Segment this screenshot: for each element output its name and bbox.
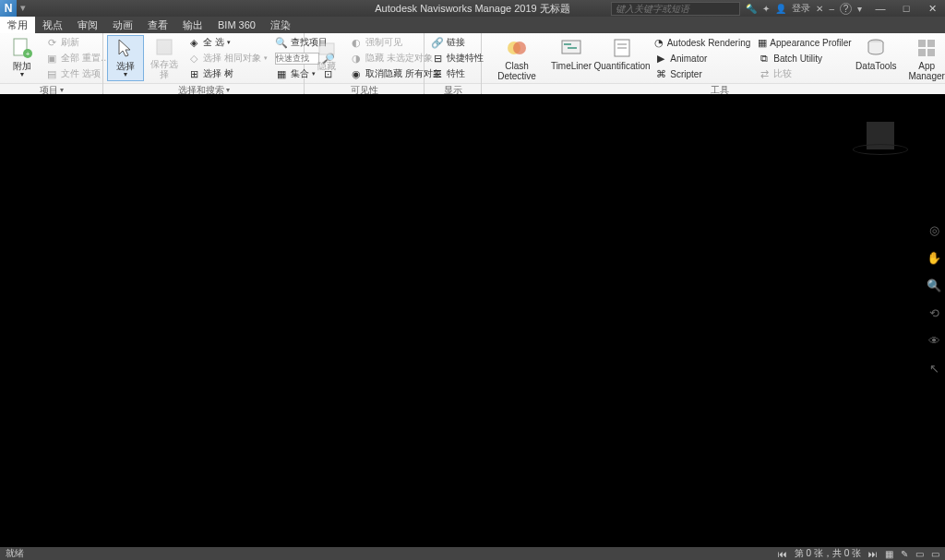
quickprops-icon: ⊟ [431, 52, 444, 65]
append-button[interactable]: + 附加 ▼ [4, 35, 41, 81]
app-manager-button[interactable]: App Manager [899, 35, 945, 81]
select-all-button[interactable]: ◈全 选▾ [185, 35, 270, 50]
minimize-button[interactable]: — [867, 0, 893, 17]
clash-detective-button[interactable]: Clash Detective [485, 35, 548, 81]
ribbon: + 附加 ▼ ⟳刷新 ▣全部 重置… ▤文件 选项 项目 选择 ▼ 保存选择 [0, 33, 945, 94]
star-icon[interactable]: ✦ [762, 4, 770, 14]
info-icon[interactable]: 🔦 [746, 4, 757, 14]
help-dropdown-icon[interactable]: ▾ [857, 4, 862, 14]
orbit-icon[interactable]: ⟲ [927, 306, 941, 321]
svg-text:+: + [26, 50, 30, 58]
steering-wheel-icon[interactable]: ◎ [927, 223, 941, 238]
hide-button[interactable]: 隐藏 [308, 35, 345, 81]
scripter-button[interactable]: ⌘Scripter [652, 66, 753, 81]
svg-rect-9 [568, 47, 577, 49]
properties-button[interactable]: ☰特性 [428, 66, 486, 81]
require-icon: ◐ [350, 36, 363, 49]
app-icon[interactable]: N [0, 0, 17, 17]
svg-rect-16 [918, 49, 926, 56]
panel-tools: Clash Detective TimeLiner Quantification… [482, 33, 945, 93]
timeliner-icon [560, 37, 582, 59]
tab-home[interactable]: 常用 [0, 17, 35, 33]
exchange-icon[interactable]: ✕ [816, 4, 823, 14]
properties-icon: ☰ [431, 67, 444, 80]
look-icon[interactable]: 👁 [927, 334, 941, 349]
append-label: 附加 [13, 61, 31, 71]
refresh-button[interactable]: ⟳刷新 [42, 35, 113, 50]
help-icon[interactable]: ? [840, 3, 852, 15]
file-options-icon: ▤ [45, 67, 58, 80]
pan-icon[interactable]: ✋ [927, 251, 941, 266]
svg-rect-3 [157, 40, 172, 54]
status-grid-icon[interactable]: ▦ [885, 549, 893, 559]
select-tool-icon[interactable]: ↖ [927, 362, 941, 376]
sheet-counter: 第 0 张，共 0 张 [795, 547, 861, 560]
status-memory-icon[interactable]: ▭ [915, 549, 924, 559]
close-button[interactable]: ✕ [919, 0, 945, 17]
panel-select-search: 选择 ▼ 保存选择 ◈全 选▾ ◇选择 相同对象▾ ⊞选择 树 🔍查找项目 🔎 … [103, 33, 305, 93]
tab-review[interactable]: 审阅 [70, 17, 105, 33]
file-options-button[interactable]: ▤文件 选项 [42, 66, 113, 81]
window-title: Autodesk Navisworks Manage 2019 无标题 [375, 2, 570, 16]
search-input[interactable] [611, 2, 740, 16]
datatools-button[interactable]: DataTools [855, 35, 897, 81]
status-pencil-icon[interactable]: ✎ [901, 549, 908, 559]
qat-dropdown-icon[interactable]: ▾ [20, 2, 33, 15]
svg-rect-8 [564, 43, 571, 45]
links-icon: 🔗 [431, 36, 444, 49]
quick-access-toolbar: ▾ [17, 2, 37, 15]
rendering-icon: ◔ [654, 36, 664, 49]
zoom-icon[interactable]: 🔍 [927, 279, 941, 293]
dash-icon[interactable]: – [829, 4, 834, 14]
appearance-profiler-button[interactable]: ▦Appearance Profiler [755, 35, 853, 50]
status-bar: 就绪 ⏮ 第 0 张，共 0 张 ⏭ ▦ ✎ ▭ ▭ [0, 547, 945, 560]
compare-button[interactable]: ⇄比较 [755, 66, 853, 81]
sheet-nav-last-icon[interactable]: ⏭ [868, 549, 878, 559]
select-same-button[interactable]: ◇选择 相同对象▾ [185, 51, 270, 66]
user-icon[interactable]: 👤 [775, 4, 786, 14]
save-selection-button[interactable]: 保存选择 [146, 35, 183, 81]
hide-unsel-icon: ◑ [350, 52, 363, 65]
tab-output[interactable]: 输出 [175, 17, 210, 33]
view-cube[interactable] [853, 122, 908, 159]
selection-tree-button[interactable]: ⊞选择 树 [185, 66, 270, 81]
quick-properties-button[interactable]: ⊟快捷特性 [428, 51, 486, 66]
links-button[interactable]: 🔗链接 [428, 35, 486, 50]
reset-all-button[interactable]: ▣全部 重置… [42, 51, 113, 66]
compare-icon: ⇄ [758, 67, 771, 80]
svg-rect-17 [927, 49, 935, 56]
autodesk-rendering-button[interactable]: ◔Autodesk Rendering [652, 35, 753, 50]
svg-rect-14 [918, 40, 926, 47]
tab-view[interactable]: 查看 [140, 17, 175, 33]
cube-compass-ring[interactable] [853, 144, 908, 155]
save-selection-icon [153, 37, 175, 57]
tab-animation[interactable]: 动画 [105, 17, 140, 33]
tree-icon: ⊞ [187, 67, 200, 80]
batch-icon: ⧉ [758, 52, 771, 65]
tab-render[interactable]: 渲染 [263, 17, 298, 33]
dropdown-icon: ▼ [19, 71, 26, 78]
sets-icon: ▦ [275, 67, 288, 80]
unhide-icon: ◉ [350, 67, 363, 80]
status-disk-icon[interactable]: ▭ [931, 549, 939, 559]
dropdown-icon: ▼ [123, 71, 129, 78]
batch-utility-button[interactable]: ⧉Batch Utility [755, 51, 853, 66]
panel-project: + 附加 ▼ ⟳刷新 ▣全部 重置… ▤文件 选项 项目 [0, 33, 103, 93]
tab-bim360[interactable]: BIM 360 [210, 17, 263, 33]
login-label[interactable]: 登录 [792, 2, 810, 15]
sheet-nav-first-icon[interactable]: ⏮ [778, 549, 787, 559]
select-button[interactable]: 选择 ▼ [107, 35, 144, 81]
scripter-icon: ⌘ [654, 67, 667, 80]
animator-button[interactable]: ▶Animator [652, 51, 753, 66]
append-icon: + [11, 37, 33, 59]
title-bar: N ▾ Autodesk Navisworks Manage 2019 无标题 … [0, 0, 945, 17]
viewport-3d[interactable]: ◎ ✋ 🔍 ⟲ 👁 ↖ [0, 94, 945, 547]
timeliner-button[interactable]: TimeLiner [550, 35, 592, 81]
quantification-button[interactable]: Quantification [594, 35, 650, 81]
maximize-button[interactable]: □ [893, 0, 919, 17]
navigation-bar: ◎ ✋ 🔍 ⟲ 👁 ↖ [927, 223, 941, 376]
status-text: 就绪 [6, 547, 24, 560]
datatools-icon [865, 37, 887, 59]
tab-viewpoint[interactable]: 视点 [35, 17, 70, 33]
appmanager-icon [915, 37, 938, 59]
